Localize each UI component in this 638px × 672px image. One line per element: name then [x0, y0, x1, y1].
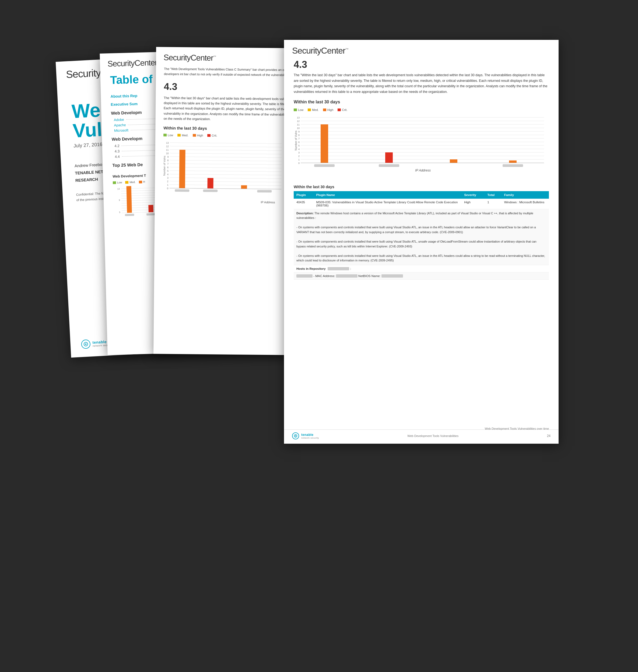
- footer-icon-dot: [295, 435, 296, 436]
- footer-tenable-logo: tenable network security: [292, 432, 319, 439]
- page4-section-num: 4.3: [294, 59, 549, 70]
- legend-low-toc: Low: [113, 181, 122, 184]
- hosts-label: Hosts in Repository: [297, 267, 326, 270]
- svg-text:1: 1: [167, 184, 168, 186]
- svg-text:9: 9: [298, 130, 300, 133]
- svg-text:7: 7: [167, 163, 169, 165]
- svg-text:13: 13: [297, 116, 300, 119]
- legend-low-p4: Low: [294, 108, 303, 112]
- table-row: 40435 MS09-035: Vulnerabilities in Visua…: [294, 199, 549, 209]
- svg-text:IP Address: IP Address: [415, 169, 431, 172]
- svg-text:0: 0: [298, 162, 300, 165]
- svg-text:1: 1: [298, 158, 300, 161]
- svg-text:5: 5: [167, 170, 169, 172]
- hosts-value-blurred: [328, 267, 349, 270]
- col-family: Family: [502, 191, 549, 199]
- legend-med-color: [125, 181, 129, 184]
- legend-crit-p3-label: Crit.: [212, 134, 217, 137]
- legend-low-p4-label: Low: [298, 108, 303, 112]
- toc-microsoft-label: Microsoft: [114, 128, 129, 133]
- svg-rect-87: [509, 161, 517, 163]
- svg-line-46: [170, 185, 282, 186]
- svg-text:6: 6: [298, 141, 300, 144]
- svg-rect-86: [450, 159, 457, 163]
- sc-logo-main: SecurityCenter™: [284, 40, 558, 56]
- page4-legend: Low Med. High Crit.: [294, 108, 549, 112]
- legend-high-p3: High: [193, 134, 203, 137]
- svg-text:12: 12: [297, 120, 300, 122]
- footer-right-label: Web Development Tools Vulnerabilities ov…: [485, 427, 549, 430]
- svg-line-37: [170, 153, 282, 154]
- footer-tenable-name: tenable: [301, 433, 319, 437]
- vuln-table: Plugin Plugin Name Severity Total Family…: [294, 191, 549, 280]
- legend-crit-p3: Crit.: [207, 134, 217, 137]
- legend-med-p3-color: [178, 134, 181, 136]
- col-total: Total: [485, 191, 502, 199]
- dept-name: RESEARCH: [75, 177, 98, 183]
- svg-text:8: 8: [298, 134, 300, 136]
- legend-low-p3: Low: [163, 133, 173, 136]
- svg-line-45: [170, 181, 282, 182]
- legend-high-toc: H: [139, 180, 145, 184]
- cell-mac: - MAC Address: NetBIOS Name:: [294, 272, 549, 280]
- svg-text:13: 13: [166, 141, 169, 144]
- legend-high-p3-color: [193, 134, 196, 136]
- svg-rect-15: [148, 205, 153, 212]
- legend-low-label: Low: [117, 181, 122, 184]
- svg-text:7: 7: [298, 137, 300, 140]
- svg-rect-48: [179, 150, 185, 188]
- svg-text:12: 12: [166, 145, 169, 148]
- svg-line-34: [170, 143, 282, 144]
- legend-low-p3-label: Low: [168, 134, 173, 137]
- footer-tenable-text: tenable network security: [301, 433, 319, 439]
- svg-text:5: 5: [298, 144, 300, 147]
- svg-rect-49: [207, 178, 213, 188]
- page4-body-text: The "Within the last 30 days" bar chart …: [294, 72, 549, 95]
- svg-text:13: 13: [117, 188, 120, 190]
- legend-high-p4-label: High: [328, 108, 334, 112]
- netbios-blurred: [382, 274, 403, 278]
- svg-rect-91: [503, 164, 523, 167]
- legend-low-color: [113, 181, 116, 184]
- tenable-icon: [81, 339, 91, 349]
- svg-rect-90: [379, 164, 399, 167]
- page4-table-title: Within the last 30 days: [294, 185, 549, 189]
- toc-43-label: 4.3: [115, 149, 119, 153]
- toc-apache-label: Apache: [114, 123, 126, 127]
- page4-content: 4.3 The "Within the last 30 days" bar ch…: [284, 56, 558, 283]
- cell-plugin-id: 40435: [294, 199, 314, 209]
- legend-crit-p4-color: [338, 108, 341, 111]
- svg-text:4: 4: [167, 173, 169, 176]
- org-name: TENABLE NETW: [75, 169, 107, 175]
- table-row-mac: - MAC Address: NetBIOS Name:: [294, 272, 549, 280]
- legend-high-p4: High: [323, 108, 334, 112]
- svg-line-40: [170, 164, 282, 165]
- page-main: SecurityCenter™ 4.3 The "Within the last…: [284, 40, 558, 444]
- table-header-row: Plugin Plugin Name Severity Total Family: [294, 191, 549, 199]
- svg-text:2: 2: [298, 155, 300, 157]
- svg-rect-18: [147, 213, 156, 216]
- col-severity: Severity: [461, 191, 485, 199]
- svg-line-43: [170, 174, 282, 175]
- author-name: Andrew Freebo: [74, 162, 102, 168]
- svg-text:9: 9: [167, 156, 169, 158]
- footer-tenable-icon: [292, 432, 299, 439]
- legend-med-toc: Med.: [125, 181, 136, 184]
- tenable-icon-inner: [83, 342, 88, 347]
- page3-bar-chart: 13 12 11 10 9 8 7 6 5 4 3 2 1 0: [163, 139, 287, 199]
- svg-text:4: 4: [298, 148, 300, 151]
- page4-bar-chart: 13 12 11 10 9 8 7 6 5 4 3 2 1 0: [294, 114, 547, 178]
- legend-crit-p4-label: Crit.: [342, 108, 347, 112]
- svg-line-35: [170, 146, 282, 147]
- cell-family: Windows : Microsoft Bulletins: [502, 199, 549, 209]
- legend-med-label: Med.: [130, 181, 136, 184]
- toc-44-label: 4.4: [115, 154, 119, 158]
- legend-med-p3-label: Med.: [182, 134, 188, 137]
- cell-hosts: Hosts in Repository :: [294, 265, 549, 272]
- ip-blurred: [297, 274, 313, 278]
- page-wrapper: SecurityCenter™ Web DeVulnera July 27, 2…: [0, 0, 638, 672]
- svg-text:10: 10: [297, 127, 300, 130]
- svg-line-36: [170, 150, 282, 151]
- desc-label: Description:: [297, 212, 314, 215]
- toc-42-label: 4.2: [114, 144, 119, 148]
